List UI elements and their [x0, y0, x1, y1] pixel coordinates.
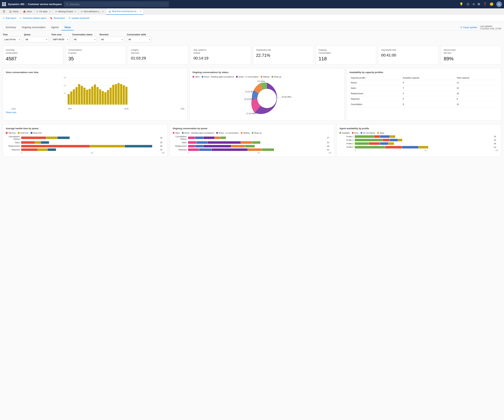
- aa-x-0: 0: [355, 149, 356, 151]
- aa-value: 34: [494, 139, 498, 141]
- avail-available-cell: 9: [401, 80, 455, 85]
- edit-report-label: Edit report: [6, 17, 16, 19]
- report-tabs: Summary Ongoing conversation Agents Voic…: [3, 24, 501, 31]
- bookmarks-button[interactable]: 🔖 Bookmarks: [50, 17, 65, 19]
- kpi-avg-speed: Avg. speed toanswer 00:14:19: [191, 46, 251, 65]
- svg-text:0: 0: [66, 100, 66, 102]
- update-bookmark-button[interactable]: ↻ Update bookmark: [69, 17, 90, 19]
- handle-time-bar-row: Shipment 25: [6, 148, 165, 151]
- oq-wait-seg: [241, 141, 252, 144]
- tab-missing-product[interactable]: ✏ Missing Product ✕: [53, 8, 78, 15]
- tab-realtime-omnichannel[interactable]: 📊 Real time omnichannel an... ✕: [106, 8, 144, 15]
- kpi-incoming-conversation: Incomingconversation 4587: [3, 46, 63, 65]
- talk-segment: [21, 145, 90, 148]
- avail-available-cell: 7: [401, 85, 455, 91]
- avail-available-cell: 8: [401, 102, 455, 107]
- filter-skills-select[interactable]: All: [127, 36, 151, 42]
- oq-legend-awaiting: Active - Awaiting agent acceptance: [182, 132, 214, 134]
- aa-bar-row: Profile 1 29: [339, 135, 498, 138]
- hbar-track: [21, 141, 159, 144]
- oq-wrap-seg: [252, 141, 260, 144]
- tab-inbox[interactable]: 📥 Inbox: [21, 8, 34, 15]
- x-label-5am: 5AM: [181, 108, 185, 110]
- last-updated-value: 7/14/2022 5:08: 15 PM: [480, 27, 501, 30]
- close-fix-dryer-button[interactable]: ✕: [49, 11, 51, 12]
- svg-point-0: [66, 3, 68, 5]
- tab-home[interactable]: 🏠 Home: [7, 8, 21, 15]
- help-icon[interactable]: ❓: [483, 2, 487, 6]
- svg-point-34: [257, 89, 276, 108]
- kpi-service-level: Service level(30 sec) 89%: [441, 46, 501, 65]
- show-more-button[interactable]: Show more: [6, 111, 17, 114]
- avail-profile-cell: Sales: [349, 85, 401, 91]
- avail-capacity-title: Availability by capacity profiles: [349, 71, 498, 74]
- report-tab-right: ⏸ Pause updates Last updated 7/14/2022 5…: [460, 25, 501, 30]
- wrap-segment: [48, 148, 56, 151]
- tab-fix-dryer[interactable]: ✏ Fix dryer ✕: [35, 8, 53, 15]
- filter-conv-status-select[interactable]: All: [72, 36, 97, 42]
- tab-agents[interactable]: Agents: [48, 24, 62, 30]
- aa-dnd-color: [360, 132, 362, 134]
- filter-queue-select[interactable]: All: [24, 36, 48, 42]
- hbar-track: [21, 148, 159, 151]
- aa-dnd-seg: [380, 142, 388, 145]
- aa-bar-row: Profile 4 53: [339, 146, 498, 148]
- legend-wrapup-label: Wrap-up: [274, 76, 281, 78]
- tab-item-defective[interactable]: ✏ Item defective o... ✕: [79, 8, 106, 15]
- search-box[interactable]: Summary: [64, 1, 169, 7]
- kpi-queue-title: Conversationsin queue: [68, 49, 123, 54]
- edit-icon-2: ✏: [55, 10, 57, 13]
- svg-text:300: 300: [64, 77, 66, 78]
- last-updated-label: Last updated: [480, 25, 492, 27]
- close-realtime-button[interactable]: ✕: [140, 10, 141, 12]
- filter-direction-select[interactable]: All: [100, 36, 124, 42]
- lightbulb-icon[interactable]: 💡: [459, 2, 463, 6]
- settings-icon[interactable]: ⚙: [477, 2, 480, 6]
- availability-capacity-chart: Availability by capacity profiles Capaci…: [346, 68, 501, 121]
- add-icon[interactable]: ➕: [466, 2, 470, 6]
- active-in-color: [236, 76, 238, 78]
- tab-home-label: Home: [13, 10, 18, 13]
- filter-timezone-select[interactable]: GMT-08:00: [51, 36, 69, 42]
- filter-time-select[interactable]: Last 24 hrs Last 48 hrs Last 7 days: [3, 36, 21, 42]
- menu-icon[interactable]: ≡: [473, 2, 475, 6]
- aa-legend-available: Available: [339, 132, 349, 134]
- tab-summary[interactable]: Summary: [3, 24, 19, 30]
- aa-legend-busy: Busy: [352, 132, 359, 134]
- face-icon[interactable]: 🙂: [490, 2, 493, 6]
- hold-time-color: [18, 132, 20, 134]
- talk-segment: [21, 136, 46, 139]
- hbar-value: 95: [160, 145, 165, 147]
- avail-table-scroll[interactable]: Capacity profile ↑ Available capacity To…: [349, 76, 498, 107]
- close-missing-product-button[interactable]: ✕: [75, 11, 76, 12]
- aa-profile-label: Profile 4: [339, 146, 353, 148]
- tab-voice[interactable]: Voice: [62, 24, 73, 30]
- oq-legend-active: Active - In conversation: [216, 132, 239, 134]
- checkout-default-button[interactable]: ↩ Checkout default report: [20, 17, 46, 19]
- charts-row-2: Average handle time by queue Talk time H…: [3, 124, 501, 157]
- svg-rect-26: [107, 90, 109, 105]
- oq-value: 52: [327, 142, 331, 143]
- ongoing-queue-chart: Ongoing conversation by queue Open Activ…: [170, 124, 335, 157]
- close-item-defective-button[interactable]: ✕: [102, 11, 104, 12]
- tab-ongoing-conversation[interactable]: Ongoing conversation: [19, 24, 48, 30]
- edit-report-button[interactable]: ✏ Edit report: [3, 17, 16, 19]
- oq-awaiting-label: Active - Awaiting agent acceptance: [184, 132, 214, 134]
- aa-away-label: Away: [380, 132, 384, 134]
- tab-bar: ☰ 🏠 Home 📥 Inbox ✏ Fix dryer ✕ ✏ Missing…: [0, 8, 504, 15]
- user-avatar[interactable]: U: [496, 1, 502, 7]
- sort-icon[interactable]: ↑: [366, 77, 367, 79]
- waffle-menu-icon[interactable]: [2, 2, 6, 6]
- filter-direction-label: Direction: [100, 33, 124, 36]
- hamburger-button[interactable]: ☰: [1, 10, 7, 13]
- avail-total-cell: 8: [455, 96, 498, 102]
- aa-dnd-seg: [390, 139, 398, 141]
- svg-rect-24: [102, 91, 104, 105]
- oq-active-seg: [208, 141, 241, 144]
- filter-timezone-label: Time zone: [51, 33, 69, 36]
- pause-updates-button[interactable]: ⏸ Pause updates: [460, 26, 477, 29]
- oq-track: [188, 141, 326, 144]
- legend-active-in: Active - In conversation: [236, 76, 258, 78]
- avail-total-cell: 10: [455, 102, 498, 107]
- svg-rect-12: [70, 91, 72, 105]
